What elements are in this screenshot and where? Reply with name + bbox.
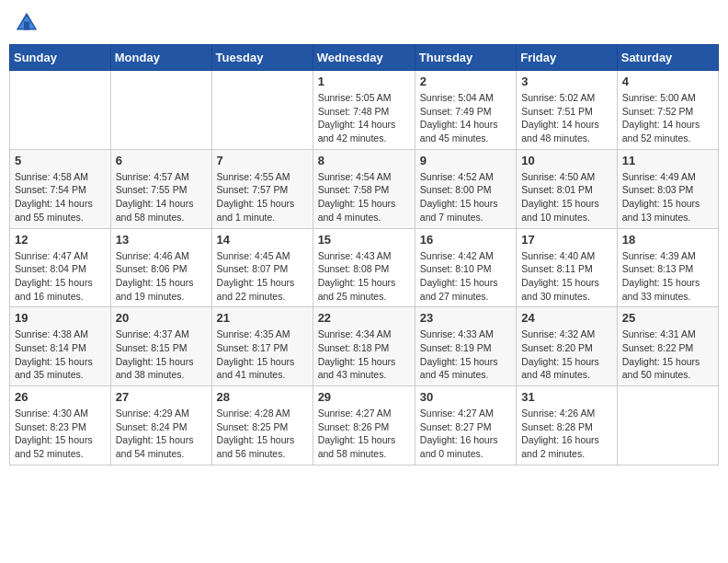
cell-content: Sunrise: 4:32 AM Sunset: 8:20 PM Dayligh… (521, 327, 612, 382)
sunrise-text: Sunrise: 4:39 AM (622, 250, 696, 261)
daylight-text: Daylight: 15 hours and 54 minutes. (116, 434, 194, 459)
cell-content: Sunrise: 4:27 AM Sunset: 8:26 PM Dayligh… (318, 407, 410, 461)
daylight-text: Daylight: 15 hours and 35 minutes. (15, 356, 93, 381)
day-number: 4 (622, 75, 713, 88)
day-number: 24 (521, 311, 612, 325)
days-of-week-row: SundayMondayTuesdayWednesdayThursdayFrid… (10, 45, 719, 71)
calendar-cell (211, 71, 313, 150)
sunset-text: Sunset: 8:06 PM (116, 263, 188, 274)
week-row-5: 26 Sunrise: 4:30 AM Sunset: 8:23 PM Dayl… (10, 386, 719, 465)
daylight-text: Daylight: 15 hours and 33 minutes. (622, 277, 700, 302)
sunset-text: Sunset: 8:27 PM (420, 421, 492, 432)
day-number: 13 (116, 233, 207, 247)
day-header-thursday: Thursday (415, 45, 516, 71)
sunrise-text: Sunrise: 5:05 AM (318, 92, 392, 103)
daylight-text: Daylight: 14 hours and 45 minutes. (420, 119, 498, 144)
cell-content: Sunrise: 4:39 AM Sunset: 8:13 PM Dayligh… (622, 249, 713, 304)
day-number: 8 (318, 154, 410, 167)
daylight-text: Daylight: 15 hours and 41 minutes. (217, 356, 295, 381)
cell-content: Sunrise: 4:49 AM Sunset: 8:03 PM Dayligh… (622, 170, 713, 224)
day-number: 11 (622, 154, 713, 167)
sunset-text: Sunset: 8:15 PM (116, 342, 188, 353)
sunset-text: Sunset: 8:26 PM (318, 421, 390, 432)
calendar-cell: 21 Sunrise: 4:35 AM Sunset: 8:17 PM Dayl… (211, 307, 313, 386)
cell-content: Sunrise: 4:55 AM Sunset: 7:57 PM Dayligh… (217, 170, 308, 224)
calendar-cell: 6 Sunrise: 4:57 AM Sunset: 7:55 PM Dayli… (110, 149, 211, 228)
cell-content: Sunrise: 4:43 AM Sunset: 8:08 PM Dayligh… (318, 249, 410, 304)
sunset-text: Sunset: 8:08 PM (318, 263, 390, 274)
day-number: 26 (15, 390, 106, 404)
calendar-cell: 3 Sunrise: 5:02 AM Sunset: 7:51 PM Dayli… (517, 71, 618, 150)
logo-icon (13, 9, 40, 37)
calendar-cell: 4 Sunrise: 5:00 AM Sunset: 7:52 PM Dayli… (617, 71, 718, 150)
daylight-text: Daylight: 15 hours and 19 minutes. (116, 277, 194, 302)
sunset-text: Sunset: 7:54 PM (15, 184, 86, 195)
cell-content: Sunrise: 4:50 AM Sunset: 8:01 PM Dayligh… (521, 170, 612, 224)
sunrise-text: Sunrise: 4:31 AM (622, 328, 696, 339)
calendar-cell: 8 Sunrise: 4:54 AM Sunset: 7:58 PM Dayli… (313, 149, 415, 228)
day-number: 19 (15, 311, 106, 325)
calendar-cell: 25 Sunrise: 4:31 AM Sunset: 8:22 PM Dayl… (617, 307, 718, 386)
cell-content: Sunrise: 4:33 AM Sunset: 8:19 PM Dayligh… (420, 327, 511, 382)
sunrise-text: Sunrise: 4:27 AM (318, 408, 392, 419)
daylight-text: Daylight: 16 hours and 0 minutes. (420, 434, 498, 459)
day-number: 31 (521, 390, 612, 404)
cell-content: Sunrise: 5:04 AM Sunset: 7:49 PM Dayligh… (420, 91, 511, 145)
calendar-cell: 22 Sunrise: 4:34 AM Sunset: 8:18 PM Dayl… (313, 307, 415, 386)
day-number: 1 (318, 75, 410, 88)
calendar-table: SundayMondayTuesdayWednesdayThursdayFrid… (9, 44, 719, 465)
sunrise-text: Sunrise: 4:26 AM (521, 408, 595, 419)
sunrise-text: Sunrise: 4:30 AM (15, 408, 88, 419)
cell-content: Sunrise: 5:00 AM Sunset: 7:52 PM Dayligh… (622, 91, 713, 145)
day-header-sunday: Sunday (10, 45, 111, 71)
day-number: 23 (420, 311, 511, 325)
daylight-text: Daylight: 14 hours and 58 minutes. (116, 198, 194, 223)
cell-content: Sunrise: 4:52 AM Sunset: 8:00 PM Dayligh… (420, 170, 511, 224)
sunset-text: Sunset: 7:52 PM (622, 106, 694, 117)
sunrise-text: Sunrise: 4:29 AM (116, 408, 189, 419)
day-header-friday: Friday (517, 45, 618, 71)
daylight-text: Daylight: 15 hours and 45 minutes. (420, 356, 498, 381)
sunrise-text: Sunrise: 4:38 AM (15, 328, 88, 339)
day-number: 25 (622, 311, 713, 325)
calendar-cell (10, 71, 111, 150)
daylight-text: Daylight: 15 hours and 50 minutes. (622, 356, 700, 381)
sunset-text: Sunset: 7:57 PM (217, 184, 289, 195)
sunrise-text: Sunrise: 4:46 AM (116, 250, 189, 261)
day-number: 15 (318, 233, 410, 247)
sunrise-text: Sunrise: 4:54 AM (318, 171, 392, 182)
sunset-text: Sunset: 8:03 PM (622, 184, 694, 195)
sunrise-text: Sunrise: 5:02 AM (521, 92, 595, 103)
calendar-cell (110, 71, 211, 150)
sunset-text: Sunset: 7:51 PM (521, 106, 593, 117)
calendar-cell: 7 Sunrise: 4:55 AM Sunset: 7:57 PM Dayli… (211, 149, 313, 228)
day-number: 14 (217, 233, 308, 247)
cell-content: Sunrise: 4:54 AM Sunset: 7:58 PM Dayligh… (318, 170, 410, 224)
sunrise-text: Sunrise: 4:49 AM (622, 171, 696, 182)
daylight-text: Daylight: 15 hours and 4 minutes. (318, 198, 396, 223)
sunrise-text: Sunrise: 4:32 AM (521, 328, 595, 339)
page-header (9, 9, 719, 37)
daylight-text: Daylight: 15 hours and 16 minutes. (15, 277, 93, 302)
week-row-1: 1 Sunrise: 5:05 AM Sunset: 7:48 PM Dayli… (10, 71, 719, 150)
cell-content: Sunrise: 5:02 AM Sunset: 7:51 PM Dayligh… (521, 91, 612, 145)
sunrise-text: Sunrise: 4:43 AM (318, 250, 392, 261)
cell-content: Sunrise: 4:35 AM Sunset: 8:17 PM Dayligh… (217, 327, 308, 382)
sunset-text: Sunset: 7:58 PM (318, 184, 390, 195)
daylight-text: Daylight: 15 hours and 27 minutes. (420, 277, 498, 302)
day-header-tuesday: Tuesday (211, 45, 313, 71)
calendar-cell: 17 Sunrise: 4:40 AM Sunset: 8:11 PM Dayl… (517, 228, 618, 307)
logo (13, 9, 44, 37)
sunrise-text: Sunrise: 5:00 AM (622, 92, 696, 103)
sunrise-text: Sunrise: 4:50 AM (521, 171, 595, 182)
sunrise-text: Sunrise: 4:35 AM (217, 328, 290, 339)
cell-content: Sunrise: 4:37 AM Sunset: 8:15 PM Dayligh… (116, 327, 207, 382)
day-number: 2 (420, 75, 511, 88)
cell-content: Sunrise: 4:38 AM Sunset: 8:14 PM Dayligh… (15, 327, 106, 382)
calendar-cell: 5 Sunrise: 4:58 AM Sunset: 7:54 PM Dayli… (10, 149, 111, 228)
calendar-cell: 11 Sunrise: 4:49 AM Sunset: 8:03 PM Dayl… (617, 149, 718, 228)
cell-content: Sunrise: 4:57 AM Sunset: 7:55 PM Dayligh… (116, 170, 207, 224)
sunset-text: Sunset: 8:20 PM (521, 342, 593, 353)
day-number: 22 (318, 311, 410, 325)
week-row-2: 5 Sunrise: 4:58 AM Sunset: 7:54 PM Dayli… (10, 149, 719, 228)
